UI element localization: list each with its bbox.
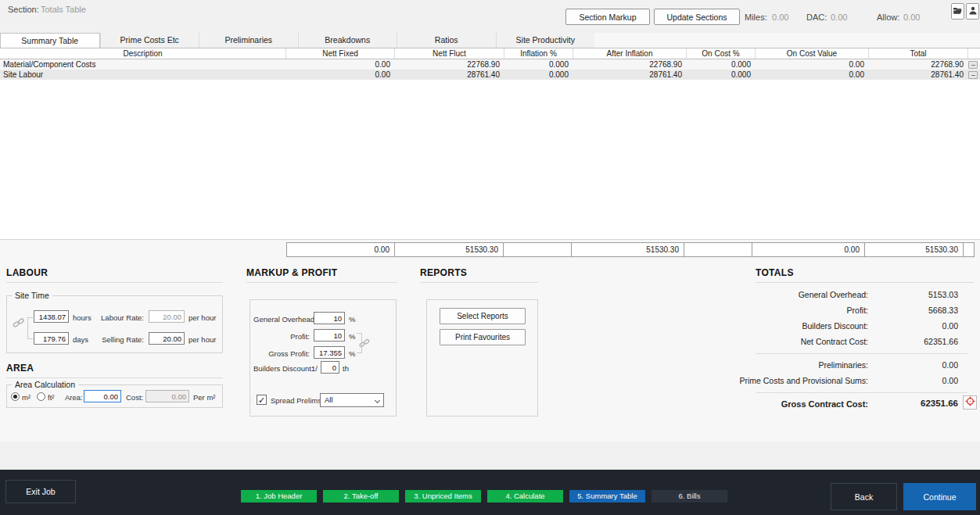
col-header-row-options: [968, 48, 980, 59]
step-calculate[interactable]: 4. Calculate: [487, 490, 563, 502]
footer-bar: Exit Job 1. Job Header 2. Take-off 3. Un…: [0, 470, 980, 515]
totals-nett-fluct: 51530.30: [394, 242, 504, 257]
unit-ft2-radio[interactable]: [37, 392, 45, 401]
exit-job-button[interactable]: Exit Job: [5, 480, 76, 503]
general-overhead-suffix: %: [349, 315, 355, 324]
general-overhead-input[interactable]: [314, 312, 345, 324]
col-header-total: Total: [869, 48, 968, 59]
tab-summary-table[interactable]: Summary Table: [0, 33, 100, 48]
chain-link-icon: [359, 338, 370, 352]
selling-rate-input[interactable]: [149, 332, 185, 345]
tab-breakdowns[interactable]: Breakdowns: [298, 33, 397, 48]
section-value: Totals Table: [41, 5, 86, 14]
cost-suffix-label: Per m²: [193, 393, 216, 402]
totals-prime-costs-label: Prime Costs and Provisional Sums:: [735, 376, 868, 385]
totals-on-cost-value: 0.00: [752, 242, 865, 257]
gross-contract-cost-value: 62351.66: [880, 399, 958, 408]
markup-section-rule: [246, 282, 397, 283]
target-icon: [965, 396, 975, 409]
builders-discount-prefix: 1/: [311, 364, 318, 373]
spread-prelims-select[interactable]: All: [320, 393, 384, 407]
recalculate-target-button[interactable]: [963, 395, 977, 409]
totals-divider: [756, 392, 967, 393]
labour-rate-input: [149, 310, 185, 323]
site-time-group-title: Site Time: [12, 291, 52, 300]
step-take-off[interactable]: 2. Take-off: [323, 490, 399, 502]
area-input[interactable]: [84, 390, 121, 402]
totals-preliminaries-value: 0.00: [880, 360, 958, 370]
totals-general-overhead-label: General Overhead:: [735, 290, 868, 299]
folder-button[interactable]: [951, 3, 964, 20]
step-unpriced-items[interactable]: 3. Unpriced Items: [405, 490, 481, 502]
step-job-header[interactable]: 1. Job Header: [241, 490, 317, 502]
totals-divider: [756, 353, 967, 354]
update-sections-button[interactable]: Update Sections: [654, 9, 740, 25]
gross-profit-suffix: %: [349, 349, 355, 358]
unit-m2-radio[interactable]: [11, 392, 20, 401]
col-header-on-cost-pct: On Cost %: [687, 48, 756, 59]
area-section-rule: [6, 377, 223, 378]
table-row[interactable]: Site Labour 0.00 28761.40 0.000 28761.40…: [0, 70, 980, 80]
row-on-cost-value: 0.00: [756, 60, 869, 69]
chevron-down-icon: [375, 398, 380, 403]
reports-section-title: REPORTS: [420, 267, 467, 278]
tab-site-productivity[interactable]: Site Productivity: [496, 33, 595, 48]
builders-discount-input[interactable]: [321, 361, 339, 374]
row-options-button[interactable]: [968, 71, 978, 79]
site-hours-input[interactable]: [34, 310, 69, 323]
miles-value: 0.00: [772, 13, 788, 22]
unit-m2-label: m²: [22, 393, 31, 402]
totals-on-cost-pct: [684, 242, 752, 257]
profit-input[interactable]: [314, 329, 345, 342]
back-button[interactable]: Back: [831, 483, 897, 510]
row-inflation-pct: 0.000: [504, 60, 573, 69]
gross-profit-label: Gross Profit:: [253, 349, 310, 358]
user-icon: [969, 5, 977, 17]
chain-link-icon: [13, 317, 25, 332]
spread-prelims-selected-value: All: [325, 395, 333, 404]
tab-preliminaries[interactable]: Preliminaries: [199, 33, 298, 48]
spread-prelims-label: Spread Prelims: [271, 396, 321, 405]
top-toolbar: Section: Totals Table Section Markup Upd…: [0, 0, 980, 33]
step-bills[interactable]: 6. Bills: [652, 490, 727, 502]
tab-prime-costs-etc[interactable]: Prime Costs Etc: [100, 33, 199, 48]
step-summary-table[interactable]: 5. Summary Table: [569, 490, 645, 502]
print-favourites-button[interactable]: Print Favourites: [440, 329, 526, 345]
row-after-inflation: 28761.40: [573, 70, 687, 79]
totals-end-cell: [963, 242, 975, 257]
totals-profit-label: Profit:: [735, 306, 868, 315]
totals-total: 51530.30: [864, 242, 964, 257]
profit-suffix: %: [349, 332, 355, 341]
col-header-inflation-pct: Inflation %: [504, 48, 573, 59]
table-row[interactable]: Material/Component Costs 0.00 22768.90 0…: [0, 59, 980, 70]
totals-nett-fixed: 0.00: [286, 242, 395, 257]
select-reports-button[interactable]: Select Reports: [440, 308, 526, 324]
user-button[interactable]: [966, 3, 979, 20]
markup-groupbox: General Overhead: % Profit: % Gross Prof…: [249, 299, 397, 417]
unit-ft2-label: ft²: [48, 393, 54, 402]
area-label: Area:: [65, 393, 83, 402]
col-header-description: Description: [0, 48, 286, 59]
labour-rate-label: Labour Rate:: [81, 313, 144, 322]
row-nett-fixed: 0.00: [286, 70, 395, 79]
row-on-cost-pct: 0.000: [687, 70, 756, 79]
continue-button[interactable]: Continue: [903, 483, 976, 510]
selling-rate-label: Selling Rate:: [81, 335, 144, 344]
col-header-on-cost-value: On Cost Value: [756, 48, 869, 59]
totals-net-contract-cost-value: 62351.66: [880, 337, 958, 346]
row-options-button[interactable]: [968, 61, 978, 69]
col-header-after-inflation: After Inflation: [573, 48, 687, 59]
grid-totals-bar: 0.00 51530.30 51530.30 0.00 51530.30: [286, 242, 975, 257]
selling-rate-suffix-label: per hour: [188, 335, 216, 344]
totals-general-overhead-value: 5153.03: [880, 290, 958, 299]
site-days-input[interactable]: [34, 332, 69, 345]
spread-prelims-checkbox[interactable]: [257, 395, 267, 405]
section-markup-button[interactable]: Section Markup: [565, 9, 650, 25]
gross-contract-cost-label: Gross Contract Cost:: [735, 399, 868, 409]
allow-value: 0.00: [903, 13, 920, 22]
gross-profit-input[interactable]: [314, 346, 345, 359]
row-inflation-pct: 0.000: [504, 70, 573, 79]
row-nett-fluct: 22768.90: [395, 60, 504, 69]
tab-ratios[interactable]: Ratios: [397, 33, 496, 48]
row-on-cost-pct: 0.000: [687, 60, 756, 69]
